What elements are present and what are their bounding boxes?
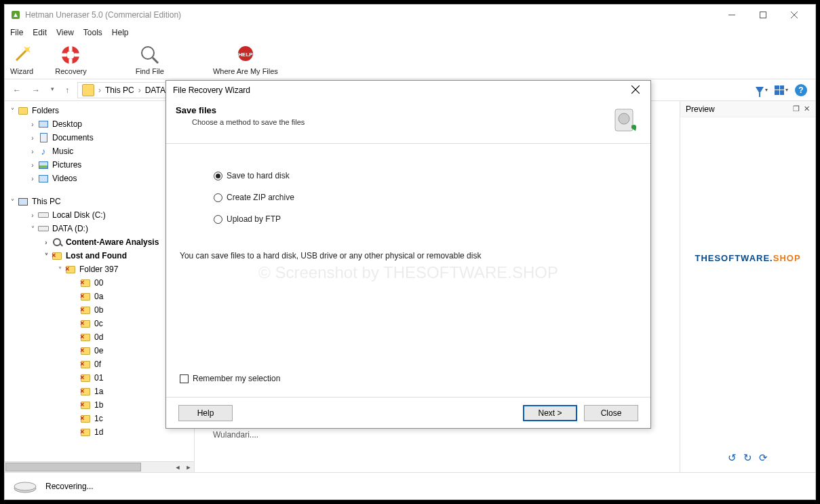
radio-save-hdd[interactable]: Save to hard disk <box>214 171 603 180</box>
deleted-folder-icon <box>81 334 90 341</box>
breadcrumb-chevron: › <box>138 85 141 95</box>
help-badge-icon: HELP <box>235 44 256 66</box>
filter-button[interactable]: ▾ <box>756 87 768 94</box>
svg-line-10 <box>153 58 158 63</box>
app-title: Hetman Uneraser 5.0 (Commercial Edition) <box>25 10 716 20</box>
menubar: File Edit View Tools Help <box>5 25 815 40</box>
document-icon <box>40 133 47 142</box>
toolbar-findfile[interactable]: Find File <box>136 44 164 75</box>
tree-pictures-label: Pictures <box>52 160 81 170</box>
refresh-icon[interactable]: ⟳ <box>759 452 768 464</box>
toolbar-wizard[interactable]: Wizard <box>10 44 33 75</box>
background-filename: Wulandari.... <box>213 430 258 440</box>
wizard-title: File Recovery Wizard <box>173 85 627 95</box>
tree-music-label: Music <box>52 147 73 156</box>
wizard-close-button[interactable] <box>627 84 644 96</box>
wizard-subheading: Choose a method to save the files <box>176 118 611 126</box>
tree-content-aware-label: Content-Aware Analysis <box>66 237 159 247</box>
menu-tools[interactable]: Tools <box>83 28 102 37</box>
tree-videos-label: Videos <box>52 174 77 183</box>
wizard-description: You can save files to a hard disk, USB d… <box>180 251 603 260</box>
deleted-folder-icon <box>66 266 75 273</box>
radio-icon <box>214 215 222 224</box>
toolbar: Wizard Recovery Find File HELP Where Are… <box>5 40 815 79</box>
view-button[interactable]: ▾ <box>775 85 788 95</box>
svg-point-8 <box>66 51 75 59</box>
radio-save-hdd-label: Save to hard disk <box>227 171 290 180</box>
menu-view[interactable]: View <box>56 28 74 37</box>
tree-documents-label: Documents <box>52 133 94 142</box>
remember-checkbox[interactable]: Remember my selection <box>180 374 280 383</box>
pictures-icon <box>39 161 48 169</box>
wizard-dialog: File Recovery Wizard Save files Choose a… <box>165 80 651 429</box>
svg-point-14 <box>14 482 36 490</box>
radio-icon <box>214 193 222 202</box>
desktop-icon <box>39 121 48 128</box>
toolbar-recovery[interactable]: Recovery <box>55 44 86 75</box>
statusbar: Recovering... <box>5 472 815 499</box>
minimize-button[interactable] <box>716 5 747 25</box>
svg-point-18 <box>619 113 629 124</box>
magnifier-icon <box>139 44 161 66</box>
svg-text:HELP: HELP <box>238 52 253 58</box>
wand-icon <box>11 44 33 66</box>
watermark: © Screenshot by THESOFTWARE.SHOP <box>258 263 558 282</box>
tree-data-label: DATA (D:) <box>52 224 88 233</box>
help-button[interactable]: Help <box>178 405 233 421</box>
deleted-folder-icon <box>81 402 90 409</box>
folder-icon <box>82 84 94 96</box>
rotate-right-icon[interactable]: ↻ <box>743 452 752 464</box>
breadcrumb-seg2[interactable]: DATA <box>145 85 165 95</box>
panel-close-icon[interactable]: ✕ <box>804 104 810 113</box>
radio-icon <box>214 172 222 180</box>
toolbar-wizard-label: Wizard <box>10 67 33 75</box>
svg-rect-2 <box>760 12 766 18</box>
window-controls <box>716 5 810 25</box>
nav-recent[interactable]: ▾ <box>48 84 57 96</box>
toolbar-recovery-label: Recovery <box>55 67 86 75</box>
close-button[interactable] <box>779 5 810 25</box>
menu-help[interactable]: Help <box>112 28 129 37</box>
deleted-folder-icon <box>81 347 90 355</box>
nav-back[interactable]: ← <box>10 84 24 96</box>
nav-forward[interactable]: → <box>29 84 43 96</box>
close-button[interactable]: Close <box>584 405 638 421</box>
deleted-folder-icon <box>81 307 90 314</box>
preview-action-icons: ↺ ↻ ⟳ <box>728 452 768 464</box>
lifebuoy-icon <box>60 44 81 66</box>
panel-popout-icon[interactable]: ❐ <box>793 104 800 113</box>
tree-lost-found-label: Lost and Found <box>66 251 127 260</box>
nav-up[interactable]: ↑ <box>62 84 72 96</box>
breadcrumb-seg1[interactable]: This PC <box>105 85 134 95</box>
wizard-body: © Screenshot by THESOFTWARE.SHOP Save to… <box>166 144 650 397</box>
preview-header: Preview ❐ ✕ <box>680 101 815 117</box>
radio-ftp[interactable]: Upload by FTP <box>214 214 603 224</box>
radio-zip[interactable]: Create ZIP archive <box>214 193 603 202</box>
breadcrumb[interactable]: › This PC › DATA <box>77 82 170 98</box>
videos-icon <box>39 175 48 182</box>
tree-localdisk-label: Local Disk (C:) <box>52 210 106 220</box>
menu-file[interactable]: File <box>10 28 23 37</box>
maximize-button[interactable] <box>747 5 779 25</box>
preview-title: Preview <box>686 104 715 114</box>
breadcrumb-chevron: › <box>98 85 101 95</box>
tree-desktop-label: Desktop <box>52 119 82 129</box>
hdd-recover-icon <box>611 105 641 135</box>
deleted-folder-icon <box>52 252 62 260</box>
deleted-folder-icon <box>81 388 90 395</box>
status-text: Recovering... <box>45 482 94 491</box>
navbar-right: ▾ ▾ ? <box>756 84 810 96</box>
help-button[interactable]: ? <box>795 84 807 96</box>
drive-icon <box>13 479 37 494</box>
app-icon <box>10 9 21 20</box>
menu-edit[interactable]: Edit <box>33 28 47 37</box>
disk-icon <box>38 226 49 231</box>
deleted-folder-icon <box>81 293 90 301</box>
sidebar-hscroll[interactable]: ◄► <box>5 461 194 472</box>
rotate-left-icon[interactable]: ↺ <box>728 452 737 464</box>
next-button[interactable]: Next > <box>523 405 577 421</box>
wizard-heading: Save files <box>176 105 611 115</box>
tree-folders-label: Folders <box>32 106 59 115</box>
toolbar-where[interactable]: HELP Where Are My Files <box>213 44 278 75</box>
nav-arrows: ← → ▾ ↑ <box>10 84 72 96</box>
